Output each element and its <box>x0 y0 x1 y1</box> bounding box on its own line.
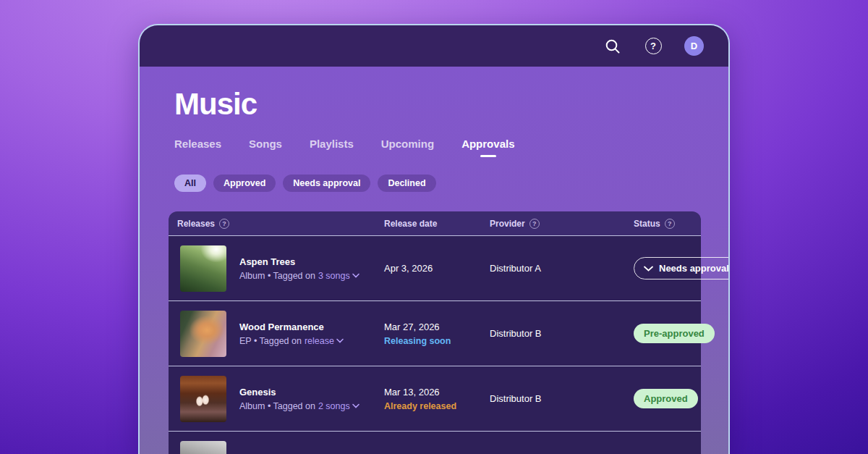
column-header-provider-label: Provider <box>490 219 525 229</box>
approvals-table: Releases ? Release date Provider ? Statu… <box>169 211 701 454</box>
chevron-down-icon <box>336 338 344 343</box>
filter-chip-declined[interactable]: Declined <box>378 175 435 192</box>
search-icon[interactable] <box>603 37 622 56</box>
provider: Distributor B <box>490 393 634 404</box>
table-row[interactable]: Wood Permanence EP • Tagged on release M… <box>169 300 701 366</box>
tab-approvals[interactable]: Approvals <box>461 138 514 157</box>
release-meta-text: EP • Tagged on <box>239 336 302 346</box>
content-area: Music Releases Songs Playlists Upcoming … <box>140 67 728 454</box>
provider-help-icon[interactable]: ? <box>529 219 540 229</box>
release-title: Aspen Trees <box>239 256 359 267</box>
release-date: Mar 13, 2026 <box>384 387 490 398</box>
release-meta-text: Album • Tagged on <box>239 271 315 281</box>
table-row[interactable]: Aspen Trees Album • Tagged on 3 songs Ap… <box>169 235 701 300</box>
tab-releases[interactable]: Releases <box>174 138 221 157</box>
chevron-down-icon <box>644 266 653 272</box>
release-meta: Album • Tagged on 3 songs <box>239 271 359 281</box>
tab-bar: Releases Songs Playlists Upcoming Approv… <box>174 138 699 157</box>
column-header-releases-label: Releases <box>177 219 215 229</box>
release-meta: EP • Tagged on release <box>239 336 344 346</box>
help-icon[interactable]: ? <box>644 37 663 56</box>
topbar: ? D <box>140 25 728 67</box>
album-art <box>180 245 226 292</box>
status-badge[interactable]: Pre-approved <box>634 324 715 343</box>
app-window: ? D Music Releases Songs Playlists Upcom… <box>138 24 730 454</box>
filter-chip-all[interactable]: All <box>174 175 206 192</box>
tab-upcoming[interactable]: Upcoming <box>381 138 434 157</box>
tab-playlists[interactable]: Playlists <box>310 138 354 157</box>
release-meta-text: Album • Tagged on <box>239 401 315 411</box>
album-art <box>180 311 226 357</box>
provider: Distributor A <box>490 263 634 274</box>
album-art <box>180 376 226 422</box>
chevron-down-icon <box>352 273 359 278</box>
status-dropdown-button[interactable]: Needs approval <box>634 257 730 279</box>
chevron-down-icon <box>352 403 359 408</box>
release-date: Mar 27, 2026 <box>384 321 490 332</box>
status-help-icon[interactable]: ? <box>665 219 675 229</box>
tagged-release-link[interactable]: release <box>305 336 344 346</box>
tagged-songs-link-label: 2 songs <box>318 401 350 411</box>
column-header-status: Status ? <box>634 219 701 229</box>
table-header: Releases ? Release date Provider ? Statu… <box>169 211 701 235</box>
avatar[interactable]: D <box>684 36 704 56</box>
tagged-songs-link-label: 3 songs <box>318 271 350 281</box>
column-header-provider: Provider ? <box>490 219 634 229</box>
column-header-release-date-label: Release date <box>384 219 437 229</box>
column-header-releases: Releases ? <box>169 219 384 229</box>
active-tab-indicator <box>480 155 496 157</box>
release-title: Wood Permanence <box>239 321 344 332</box>
filter-chip-needs-approval[interactable]: Needs approval <box>283 175 370 192</box>
album-art <box>180 441 226 454</box>
tab-songs[interactable]: Songs <box>249 138 282 157</box>
release-date-note: Already released <box>384 401 490 411</box>
release-date-note: Releasing soon <box>384 336 490 346</box>
table-row[interactable]: Taste of Rain Mar 27, 2026 Licensor A De… <box>169 431 701 454</box>
release-meta: Album • Tagged on 2 songs <box>239 401 359 411</box>
release-date: Apr 3, 2026 <box>384 263 490 274</box>
release-title: Genesis <box>239 387 359 398</box>
filter-chips: All Approved Needs approval Declined <box>174 175 699 192</box>
releases-help-icon[interactable]: ? <box>219 219 229 229</box>
column-header-status-label: Status <box>634 219 660 229</box>
status-label: Needs approval <box>659 263 729 274</box>
tagged-songs-link[interactable]: 3 songs <box>318 271 359 281</box>
tab-approvals-label: Approvals <box>461 138 514 150</box>
tagged-release-link-label: release <box>305 336 334 346</box>
column-header-release-date: Release date <box>384 219 490 229</box>
status-badge[interactable]: Approved <box>634 389 698 408</box>
page-title: Music <box>174 87 699 122</box>
tagged-songs-link[interactable]: 2 songs <box>318 401 359 411</box>
table-row[interactable]: Genesis Album • Tagged on 2 songs Mar 13… <box>169 366 701 431</box>
provider: Distributor B <box>490 328 634 339</box>
filter-chip-approved[interactable]: Approved <box>213 175 276 192</box>
